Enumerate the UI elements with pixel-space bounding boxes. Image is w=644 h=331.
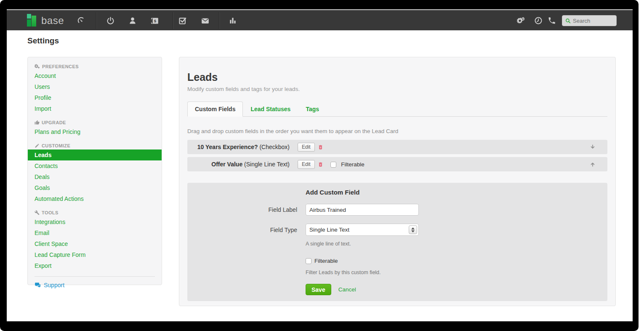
custom-field-row[interactable]: Offer Value (Single Line Text) Edit Filt… [187,157,607,171]
filterable-help: Filter Leads by this custom field. [306,270,607,275]
panel-subtitle: Modify custom fields and tags for your l… [187,86,607,92]
field-type-select[interactable]: Single Line Text [306,224,419,236]
sidebar-item-email[interactable]: Email [28,227,162,238]
logo-block-dark [27,19,31,27]
navbar-divider [219,12,219,29]
pencil-icon [35,143,40,148]
field-name-text: Offer Value [211,161,242,168]
search-magnifier-icon [565,18,571,24]
drag-drop-hint: Drag and drop custom fields in the order… [187,128,607,134]
tab-custom-fields[interactable]: Custom Fields [187,101,243,117]
field-type-text: (Checkbox) [259,144,290,150]
form-title: Add Custom Field [306,189,607,196]
email-envelope-icon[interactable] [200,16,210,25]
field-type-help: A single line of text. [306,241,607,247]
svg-text:$: $ [154,19,156,23]
phone-icon[interactable] [547,16,556,25]
sidebar-item-account[interactable]: Account [28,70,162,81]
sidebar-item-plans-and-pricing[interactable]: Plans and Pricing [28,126,162,137]
delete-trash-icon[interactable] [318,161,324,168]
sidebar-item-integrations[interactable]: Integrations [28,216,162,227]
add-custom-field-form: Add Custom Field Field Label Field Type … [187,183,607,301]
section-label: TOOLS [42,210,59,215]
app-page: base $ [7,9,633,321]
chat-bubbles-icon [35,282,41,288]
brand-wordmark[interactable]: base [41,15,64,27]
cancel-link[interactable]: Cancel [338,286,356,293]
field-label-input[interactable] [306,204,419,216]
tab-lead-statuses[interactable]: Lead Statuses [243,101,298,116]
logo-block-teal [27,14,31,19]
page-title: Settings [27,36,59,45]
sidebar-item-support[interactable]: Support [28,277,162,288]
screenshot-canvas: base $ [0,0,644,331]
field-type-label: Field Type [187,227,297,233]
support-label: Support [44,282,64,288]
save-button[interactable]: Save [306,284,331,295]
section-header-preferences: PREFERENCES [35,64,155,69]
sidebar-item-automated-actions[interactable]: Automated Actions [28,193,162,204]
sidebar-item-export[interactable]: Export [28,260,162,271]
field-label-label: Field Label [187,206,297,213]
reports-bars-icon[interactable] [228,16,237,25]
move-down-arrow-icon[interactable] [590,144,596,150]
gears-icon [35,64,40,69]
sidebar-item-client-space[interactable]: Client Space [28,238,162,249]
form-filterable-checkbox[interactable] [306,258,311,264]
dashboard-gauge-icon[interactable] [77,16,86,25]
tasks-check-icon[interactable] [178,16,187,25]
leads-settings-panel: Leads Modify custom fields and tags for … [179,57,616,306]
field-name-text: 10 Years Experience? [197,144,258,150]
logo-block-green [32,16,36,27]
base-logo-icon[interactable] [27,14,38,27]
field-type-row: Field Type Single Line Text [187,224,607,236]
sidebar-item-lead-capture-form[interactable]: Lead Capture Form [28,249,162,260]
section-header-tools: TOOLS [35,210,155,215]
section-label: CUSTOMIZE [42,143,70,148]
delete-trash-icon[interactable] [318,144,324,150]
tab-bar: Custom Fields Lead Statuses Tags [187,101,607,117]
navbar-divider [173,12,173,29]
sidebar-item-import[interactable]: Import [28,103,162,114]
custom-field-row[interactable]: 10 Years Experience? (Checkbox) Edit [187,140,607,154]
filterable-row: Filterable [306,258,607,264]
move-up-arrow-icon[interactable] [590,161,596,167]
sidebar-item-goals[interactable]: Goals [28,182,162,193]
form-actions: Save Cancel [306,284,607,295]
section-label: PREFERENCES [42,64,79,69]
global-search[interactable] [562,15,617,26]
edit-button[interactable]: Edit [298,143,315,152]
section-header-upgrade: UPGRADE [35,120,155,125]
tab-tags[interactable]: Tags [298,101,327,116]
field-label-row: Field Label [187,204,607,216]
field-type-text: (Single Line Text) [244,161,290,168]
custom-field-name: Offer Value (Single Line Text) [187,161,290,168]
filterable-checkbox[interactable] [330,162,336,168]
contacts-person-icon[interactable] [128,16,137,25]
sidebar-item-deals[interactable]: Deals [28,171,162,182]
filterable-group: Filterable [330,160,365,168]
custom-field-name: 10 Years Experience? (Checkbox) [187,144,290,150]
thumbs-up-icon [35,120,40,125]
top-navbar: base $ [7,9,633,30]
window-frame: base $ [0,0,639,331]
sales-dollar-icon[interactable]: $ [150,16,159,25]
field-type-selected-value: Single Line Text [309,227,349,233]
settings-gears-icon[interactable] [516,16,525,25]
sidebar-item-users[interactable]: Users [28,81,162,92]
edit-button[interactable]: Edit [298,160,315,169]
select-stepper-icon [409,225,417,234]
filterable-label: Filterable [341,161,365,168]
sidebar-item-contacts[interactable]: Contacts [28,160,162,171]
section-label: UPGRADE [42,120,66,125]
navbar-divider [96,12,96,29]
sidebar-item-leads[interactable]: Leads [28,149,162,160]
panel-title: Leads [187,71,607,83]
history-clock-icon[interactable] [534,16,543,25]
leads-power-icon[interactable] [106,16,115,25]
form-filterable-label: Filterable [314,258,338,264]
search-input[interactable] [573,18,613,24]
sidebar-item-profile[interactable]: Profile [28,92,162,103]
settings-sidebar: PREFERENCES Account Users Profile Import… [27,57,162,285]
wrench-icon [35,210,40,215]
